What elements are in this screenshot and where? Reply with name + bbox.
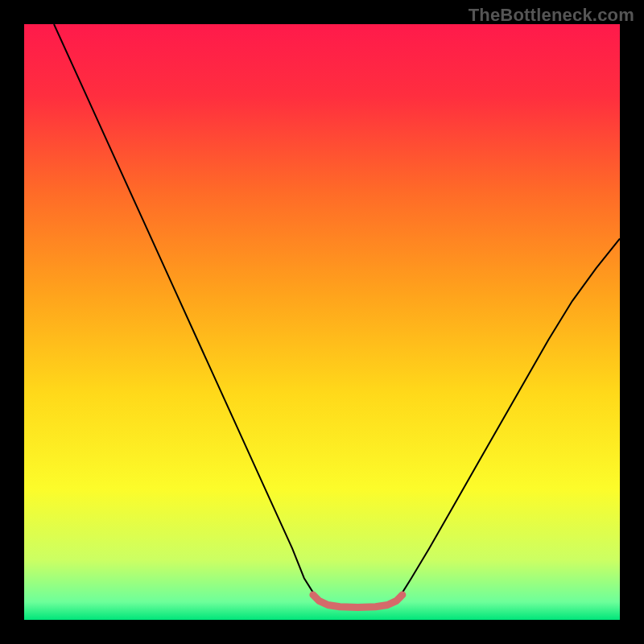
- bottleneck-chart: [24, 24, 620, 620]
- watermark-text: TheBottleneck.com: [469, 5, 634, 26]
- chart-frame: TheBottleneck.com: [0, 0, 644, 644]
- chart-background: [24, 24, 620, 620]
- plot-area: [24, 24, 620, 620]
